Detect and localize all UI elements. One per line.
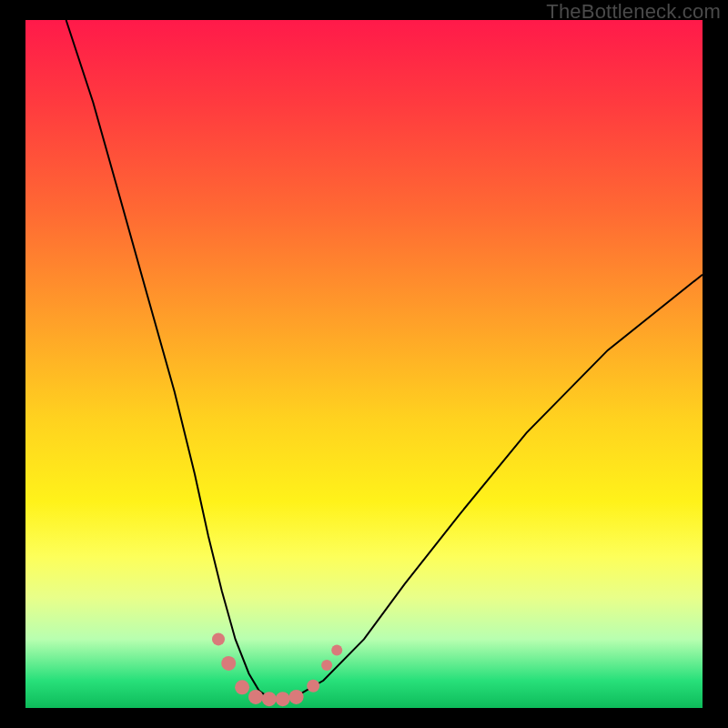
curve-marker (235, 680, 249, 694)
curve-marker (221, 656, 236, 671)
curve-marker (289, 690, 304, 704)
curve-marker (212, 632, 225, 645)
curve-marker (307, 680, 319, 693)
curve-marker (331, 645, 342, 656)
curve-marker (321, 660, 332, 671)
curve-marker (248, 690, 263, 704)
chart-frame: TheBottleneck.com (0, 0, 728, 728)
bottleneck-curve-line (66, 20, 703, 699)
chart-svg (25, 20, 703, 708)
curve-markers (212, 632, 342, 706)
curve-marker (262, 692, 277, 706)
curve-marker (276, 692, 290, 706)
watermark-text: TheBottleneck.com (546, 0, 721, 24)
chart-plot-area (25, 20, 703, 708)
curve-path (66, 20, 703, 699)
